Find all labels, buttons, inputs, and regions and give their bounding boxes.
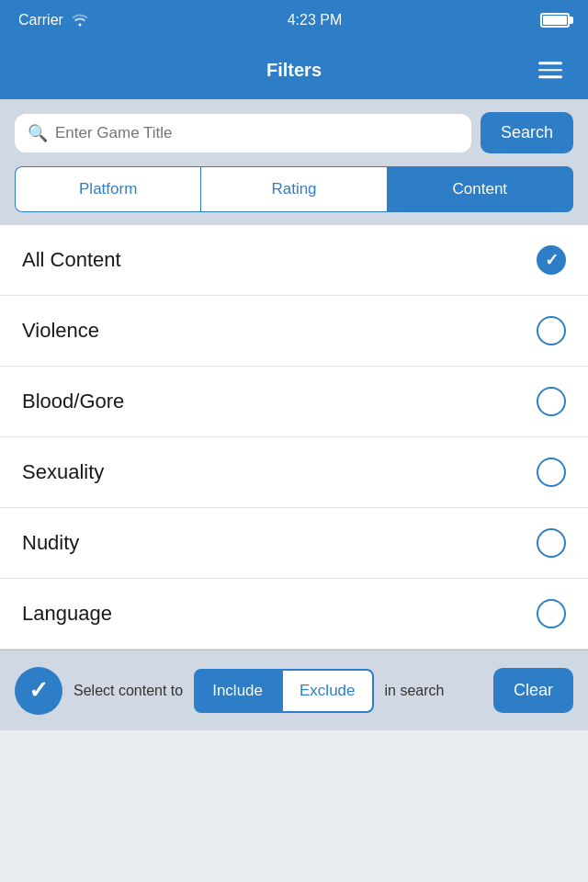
hamburger-icon <box>538 69 562 72</box>
clear-button[interactable]: Clear <box>493 668 573 713</box>
time-label: 4:23 PM <box>288 12 343 28</box>
search-bar: 🔍 Search <box>0 99 588 166</box>
radio-violence[interactable] <box>537 316 566 345</box>
in-search-text: in search <box>385 683 445 699</box>
list-item[interactable]: Blood/Gore <box>0 367 588 437</box>
bottom-check-icon <box>15 667 62 715</box>
carrier-label: Carrier <box>18 12 63 28</box>
radio-all-content[interactable] <box>537 245 566 275</box>
search-icon: 🔍 <box>28 123 48 143</box>
item-label: Nudity <box>22 531 79 555</box>
tab-platform[interactable]: Platform <box>15 166 200 212</box>
list-item[interactable]: Violence <box>0 296 588 367</box>
search-button[interactable]: Search <box>481 112 573 153</box>
include-button[interactable]: Include <box>194 669 281 713</box>
radio-language[interactable] <box>537 599 566 628</box>
content-list: All Content Violence Blood/Gore Sexualit… <box>0 225 588 650</box>
item-label: Violence <box>22 319 99 343</box>
list-item[interactable]: Nudity <box>0 508 588 579</box>
wifi-icon <box>71 12 89 29</box>
item-label: All Content <box>22 248 121 272</box>
page-title: Filters <box>266 60 322 81</box>
search-input-wrapper: 🔍 <box>15 114 471 153</box>
tab-content[interactable]: Content <box>388 166 573 212</box>
list-item[interactable]: Language <box>0 579 588 650</box>
item-label: Language <box>22 602 112 626</box>
radio-sexuality[interactable] <box>537 458 566 487</box>
menu-button[interactable] <box>531 54 570 85</box>
tab-rating[interactable]: Rating <box>200 166 387 212</box>
search-input[interactable] <box>55 124 458 142</box>
radio-nudity[interactable] <box>537 528 566 558</box>
bottom-bar: Select content to Include Exclude in sea… <box>0 650 588 730</box>
hamburger-icon <box>538 75 562 78</box>
item-label: Sexuality <box>22 460 104 484</box>
item-label: Blood/Gore <box>22 390 124 413</box>
battery-icon <box>540 13 570 28</box>
nav-bar: Filters <box>0 40 588 99</box>
radio-blood-gore[interactable] <box>537 387 566 416</box>
hamburger-icon <box>538 62 562 64</box>
filter-tabs: Platform Rating Content <box>0 166 588 225</box>
list-item[interactable]: Sexuality <box>0 437 588 508</box>
list-item[interactable]: All Content <box>0 225 588 296</box>
include-exclude-toggle: Include Exclude <box>194 669 373 713</box>
status-bar: Carrier 4:23 PM <box>0 0 588 40</box>
exclude-button[interactable]: Exclude <box>281 669 373 713</box>
select-content-text: Select content to <box>74 683 183 699</box>
